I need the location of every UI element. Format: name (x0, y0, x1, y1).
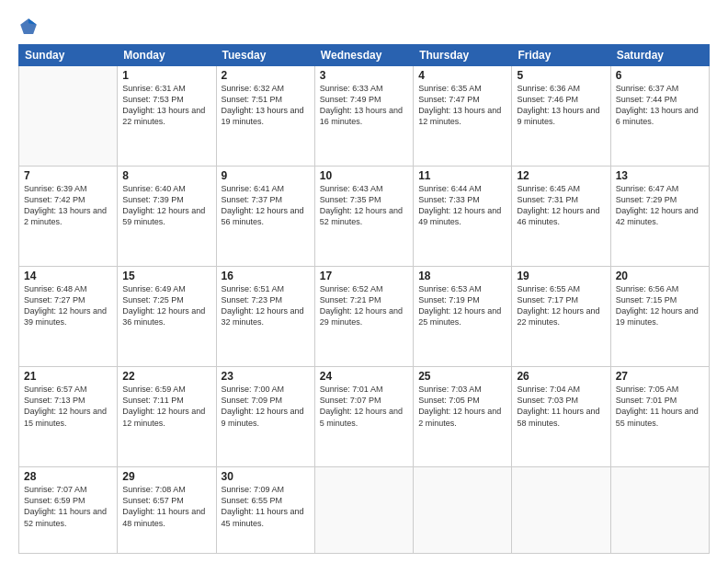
day-info: Sunrise: 7:07 AM Sunset: 6:59 PM Dayligh… (24, 484, 112, 529)
day-cell (314, 467, 413, 554)
day-cell (512, 467, 610, 554)
day-info: Sunrise: 6:32 AM Sunset: 7:51 PM Dayligh… (222, 83, 310, 128)
day-info: Sunrise: 6:41 AM Sunset: 7:37 PM Dayligh… (222, 183, 310, 228)
day-number: 23 (222, 370, 310, 383)
day-cell: 24Sunrise: 7:01 AM Sunset: 7:07 PM Dayli… (314, 367, 413, 467)
day-cell: 6Sunrise: 6:37 AM Sunset: 7:44 PM Daylig… (610, 66, 709, 167)
col-header-wednesday: Wednesday (314, 45, 413, 66)
day-info: Sunrise: 6:56 AM Sunset: 7:15 PM Dayligh… (616, 283, 704, 328)
day-cell (610, 467, 709, 554)
day-cell: 17Sunrise: 6:52 AM Sunset: 7:21 PM Dayli… (314, 267, 413, 367)
day-cell: 8Sunrise: 6:40 AM Sunset: 7:39 PM Daylig… (118, 167, 216, 267)
day-cell: 11Sunrise: 6:44 AM Sunset: 7:33 PM Dayli… (414, 167, 512, 267)
day-info: Sunrise: 7:09 AM Sunset: 6:55 PM Dayligh… (222, 484, 310, 529)
day-number: 8 (122, 169, 210, 182)
day-cell: 29Sunrise: 7:08 AM Sunset: 6:57 PM Dayli… (118, 467, 216, 554)
day-number: 19 (517, 270, 605, 282)
day-info: Sunrise: 7:03 AM Sunset: 7:05 PM Dayligh… (418, 384, 506, 429)
day-number: 5 (517, 69, 605, 82)
day-cell: 7Sunrise: 6:39 AM Sunset: 7:42 PM Daylig… (19, 167, 118, 267)
header-row: SundayMondayTuesdayWednesdayThursdayFrid… (19, 45, 710, 66)
day-cell: 22Sunrise: 6:59 AM Sunset: 7:11 PM Dayli… (118, 367, 216, 467)
day-info: Sunrise: 6:36 AM Sunset: 7:46 PM Dayligh… (517, 83, 605, 128)
day-cell: 2Sunrise: 6:32 AM Sunset: 7:51 PM Daylig… (216, 66, 314, 167)
day-number: 30 (222, 470, 310, 483)
day-info: Sunrise: 6:44 AM Sunset: 7:33 PM Dayligh… (418, 183, 506, 228)
day-info: Sunrise: 6:55 AM Sunset: 7:17 PM Dayligh… (517, 283, 605, 328)
day-cell: 20Sunrise: 6:56 AM Sunset: 7:15 PM Dayli… (610, 267, 709, 367)
day-cell: 28Sunrise: 7:07 AM Sunset: 6:59 PM Dayli… (19, 467, 118, 554)
day-number: 2 (222, 69, 310, 82)
col-header-thursday: Thursday (414, 45, 512, 66)
day-info: Sunrise: 6:43 AM Sunset: 7:35 PM Dayligh… (320, 183, 408, 228)
day-info: Sunrise: 6:51 AM Sunset: 7:23 PM Dayligh… (222, 283, 310, 328)
day-info: Sunrise: 6:47 AM Sunset: 7:29 PM Dayligh… (616, 183, 704, 228)
day-number: 13 (616, 169, 704, 182)
day-number: 28 (24, 470, 112, 483)
day-number: 12 (517, 169, 605, 182)
day-number: 25 (418, 370, 506, 383)
day-info: Sunrise: 6:45 AM Sunset: 7:31 PM Dayligh… (517, 183, 605, 228)
day-cell: 30Sunrise: 7:09 AM Sunset: 6:55 PM Dayli… (216, 467, 314, 554)
day-info: Sunrise: 6:37 AM Sunset: 7:44 PM Dayligh… (616, 83, 704, 128)
day-cell: 16Sunrise: 6:51 AM Sunset: 7:23 PM Dayli… (216, 267, 314, 367)
day-cell: 18Sunrise: 6:53 AM Sunset: 7:19 PM Dayli… (414, 267, 512, 367)
day-number: 18 (418, 270, 506, 282)
day-info: Sunrise: 6:33 AM Sunset: 7:49 PM Dayligh… (320, 83, 408, 128)
header (18, 17, 710, 37)
day-number: 27 (616, 370, 704, 383)
day-cell: 4Sunrise: 6:35 AM Sunset: 7:47 PM Daylig… (414, 66, 512, 167)
day-number: 29 (122, 470, 210, 483)
day-info: Sunrise: 6:48 AM Sunset: 7:27 PM Dayligh… (24, 283, 112, 328)
day-cell (19, 66, 118, 167)
day-cell: 1Sunrise: 6:31 AM Sunset: 7:53 PM Daylig… (118, 66, 216, 167)
day-cell: 9Sunrise: 6:41 AM Sunset: 7:37 PM Daylig… (216, 167, 314, 267)
day-cell: 26Sunrise: 7:04 AM Sunset: 7:03 PM Dayli… (512, 367, 610, 467)
day-number: 6 (616, 69, 704, 82)
day-info: Sunrise: 6:40 AM Sunset: 7:39 PM Dayligh… (122, 183, 210, 228)
day-number: 10 (320, 169, 408, 182)
day-number: 3 (320, 69, 408, 82)
day-cell: 14Sunrise: 6:48 AM Sunset: 7:27 PM Dayli… (19, 267, 118, 367)
day-cell: 23Sunrise: 7:00 AM Sunset: 7:09 PM Dayli… (216, 367, 314, 467)
day-number: 7 (24, 169, 112, 182)
day-number: 15 (122, 270, 210, 282)
day-cell: 25Sunrise: 7:03 AM Sunset: 7:05 PM Dayli… (414, 367, 512, 467)
day-number: 4 (418, 69, 506, 82)
day-info: Sunrise: 6:49 AM Sunset: 7:25 PM Dayligh… (122, 283, 210, 328)
col-header-friday: Friday (512, 45, 610, 66)
day-number: 1 (122, 69, 210, 82)
day-cell: 19Sunrise: 6:55 AM Sunset: 7:17 PM Dayli… (512, 267, 610, 367)
day-number: 9 (222, 169, 310, 182)
day-info: Sunrise: 6:35 AM Sunset: 7:47 PM Dayligh… (418, 83, 506, 128)
day-info: Sunrise: 7:04 AM Sunset: 7:03 PM Dayligh… (517, 384, 605, 429)
week-row-3: 21Sunrise: 6:57 AM Sunset: 7:13 PM Dayli… (19, 367, 710, 467)
day-cell: 3Sunrise: 6:33 AM Sunset: 7:49 PM Daylig… (314, 66, 413, 167)
day-cell: 27Sunrise: 7:05 AM Sunset: 7:01 PM Dayli… (610, 367, 709, 467)
day-cell (414, 467, 512, 554)
page: SundayMondayTuesdayWednesdayThursdayFrid… (0, 0, 728, 563)
day-info: Sunrise: 7:01 AM Sunset: 7:07 PM Dayligh… (320, 384, 408, 429)
day-number: 24 (320, 370, 408, 383)
day-cell: 10Sunrise: 6:43 AM Sunset: 7:35 PM Dayli… (314, 167, 413, 267)
day-number: 17 (320, 270, 408, 282)
day-number: 21 (24, 370, 112, 383)
day-cell: 12Sunrise: 6:45 AM Sunset: 7:31 PM Dayli… (512, 167, 610, 267)
day-cell: 13Sunrise: 6:47 AM Sunset: 7:29 PM Dayli… (610, 167, 709, 267)
day-number: 16 (222, 270, 310, 282)
col-header-tuesday: Tuesday (216, 45, 314, 66)
day-cell: 5Sunrise: 6:36 AM Sunset: 7:46 PM Daylig… (512, 66, 610, 167)
day-info: Sunrise: 7:05 AM Sunset: 7:01 PM Dayligh… (616, 384, 704, 429)
day-number: 26 (517, 370, 605, 383)
day-cell: 15Sunrise: 6:49 AM Sunset: 7:25 PM Dayli… (118, 267, 216, 367)
day-info: Sunrise: 6:52 AM Sunset: 7:21 PM Dayligh… (320, 283, 408, 328)
calendar-table: SundayMondayTuesdayWednesdayThursdayFrid… (18, 44, 710, 554)
day-info: Sunrise: 7:00 AM Sunset: 7:09 PM Dayligh… (222, 384, 310, 429)
day-number: 14 (24, 270, 112, 282)
col-header-monday: Monday (118, 45, 216, 66)
logo (18, 17, 40, 37)
day-info: Sunrise: 6:39 AM Sunset: 7:42 PM Dayligh… (24, 183, 112, 228)
col-header-saturday: Saturday (610, 45, 709, 66)
week-row-2: 14Sunrise: 6:48 AM Sunset: 7:27 PM Dayli… (19, 267, 710, 367)
col-header-sunday: Sunday (19, 45, 118, 66)
